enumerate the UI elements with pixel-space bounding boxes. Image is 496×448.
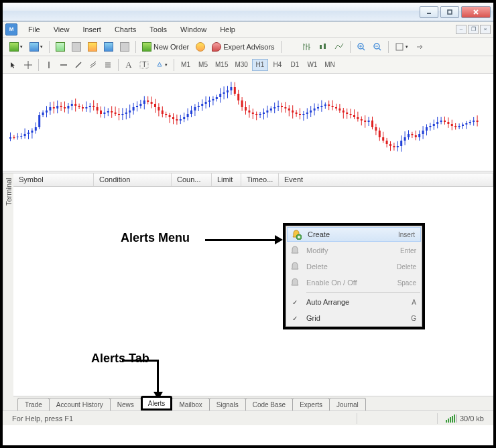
- svg-rect-193: [310, 110, 312, 113]
- market-watch-button[interactable]: [53, 40, 68, 54]
- col-counter[interactable]: Coun...: [172, 173, 212, 186]
- svg-rect-161: [252, 113, 254, 114]
- profiles-button[interactable]: [27, 40, 46, 54]
- maximize-button[interactable]: [440, 6, 459, 18]
- timeframe-h1[interactable]: H1: [252, 59, 268, 71]
- svg-rect-69: [85, 107, 87, 108]
- col-timeout[interactable]: Timeo...: [241, 173, 279, 186]
- chart-line-button[interactable]: [332, 40, 347, 54]
- menu-file[interactable]: File: [21, 23, 47, 36]
- timeframe-mn[interactable]: MN: [322, 59, 338, 71]
- close-button[interactable]: [461, 6, 491, 18]
- chart-shift-button[interactable]: [412, 40, 427, 54]
- svg-rect-143: [219, 94, 221, 97]
- timeframe-w1[interactable]: W1: [304, 59, 320, 71]
- svg-rect-199: [320, 106, 322, 107]
- text-button[interactable]: A: [122, 58, 135, 72]
- svg-rect-215: [350, 114, 352, 115]
- callout-alerts-menu: Alerts Menu: [121, 231, 190, 245]
- timeframe-h4[interactable]: H4: [269, 59, 286, 71]
- zoom-in-button[interactable]: [354, 40, 369, 54]
- tab-account-history[interactable]: Account History: [49, 398, 111, 410]
- svg-rect-137: [208, 100, 210, 102]
- cm-auto-arrange[interactable]: Auto Arrange A: [286, 294, 422, 310]
- tab-news[interactable]: News: [110, 398, 141, 410]
- objects-button[interactable]: [153, 58, 170, 72]
- svg-rect-145: [223, 92, 225, 94]
- tab-experts[interactable]: Experts: [292, 398, 330, 410]
- svg-line-20: [90, 62, 96, 66]
- navigator-button[interactable]: [85, 40, 100, 54]
- horizontal-line-button[interactable]: [57, 58, 70, 72]
- mdi-restore-button[interactable]: ❐: [468, 25, 479, 34]
- fibonacci-button[interactable]: [101, 58, 115, 72]
- timeframe-m15[interactable]: M15: [212, 59, 231, 71]
- timeframe-d1[interactable]: D1: [287, 59, 303, 71]
- alerts-table-body[interactable]: Create Insert Modify Enter Delete Delete: [13, 187, 493, 396]
- new-chart-button[interactable]: [7, 40, 25, 54]
- crosshair-button[interactable]: [21, 58, 35, 72]
- menu-charts[interactable]: Charts: [108, 23, 143, 36]
- timeframe-m30[interactable]: M30: [232, 59, 250, 71]
- trendline-button[interactable]: [72, 58, 85, 72]
- svg-rect-205: [332, 106, 334, 107]
- minimize-button[interactable]: [420, 6, 438, 18]
- status-help: For Help, press F1: [7, 413, 357, 424]
- col-condition[interactable]: Condition: [94, 173, 172, 186]
- cursor-button[interactable]: [7, 58, 20, 72]
- chart-area[interactable]: [3, 74, 493, 171]
- mdi-close-button[interactable]: ×: [480, 25, 491, 34]
- menu-view[interactable]: View: [47, 23, 76, 36]
- cm-create[interactable]: Create Insert: [287, 227, 421, 242]
- chart-candles-button[interactable]: [316, 40, 330, 54]
- strategy-tester-button[interactable]: [117, 40, 132, 54]
- svg-rect-209: [338, 108, 340, 110]
- menu-help[interactable]: Help: [213, 23, 242, 36]
- col-symbol[interactable]: Symbol: [13, 173, 94, 186]
- tab-code-base[interactable]: Code Base: [245, 398, 293, 410]
- metaquotes-button[interactable]: [193, 40, 208, 54]
- alerts-context-menu: Create Insert Modify Enter Delete Delete: [283, 223, 425, 329]
- data-window-button[interactable]: [69, 40, 84, 54]
- svg-rect-241: [397, 146, 399, 147]
- equidistant-button[interactable]: [86, 58, 100, 72]
- svg-rect-147: [227, 90, 229, 92]
- svg-rect-129: [194, 107, 196, 110]
- col-event[interactable]: Event: [279, 173, 493, 186]
- zoom-out-button[interactable]: [370, 40, 385, 54]
- expert-advisors-button[interactable]: Expert Advisors: [209, 40, 277, 54]
- svg-rect-285: [477, 121, 479, 122]
- svg-rect-95: [133, 107, 135, 110]
- timeframe-m1[interactable]: M1: [178, 59, 194, 71]
- vertical-line-button[interactable]: [42, 58, 56, 72]
- tab-alerts[interactable]: Alerts: [141, 396, 173, 410]
- check-icon: [289, 296, 301, 308]
- menu-window[interactable]: Window: [174, 23, 213, 36]
- svg-rect-243: [400, 141, 402, 146]
- col-limit[interactable]: Limit: [212, 173, 241, 186]
- svg-rect-127: [190, 110, 192, 114]
- svg-rect-103: [147, 100, 149, 102]
- chart-bars-button[interactable]: [300, 40, 314, 54]
- text-label-button[interactable]: T: [137, 58, 151, 72]
- cm-grid[interactable]: Grid G: [286, 310, 422, 326]
- auto-scroll-button[interactable]: [392, 40, 411, 54]
- tab-signals[interactable]: Signals: [209, 398, 246, 410]
- tab-trade[interactable]: Trade: [17, 398, 50, 410]
- menu-insert[interactable]: Insert: [76, 23, 108, 36]
- new-order-button[interactable]: New Order: [139, 40, 192, 54]
- svg-rect-217: [353, 115, 355, 117]
- terminal-button[interactable]: [101, 40, 116, 54]
- bell-add-icon: [290, 228, 302, 240]
- tab-journal[interactable]: Journal: [329, 398, 366, 410]
- svg-rect-43: [38, 115, 40, 127]
- timeframe-m5[interactable]: M5: [195, 59, 211, 71]
- tab-mailbox[interactable]: Mailbox: [172, 398, 209, 410]
- app-icon: M: [5, 23, 17, 35]
- svg-rect-273: [454, 126, 456, 127]
- svg-rect-81: [107, 111, 109, 113]
- svg-rect-187: [299, 114, 301, 115]
- svg-rect-245: [404, 137, 406, 141]
- mdi-minimize-button[interactable]: –: [456, 25, 467, 34]
- menu-tools[interactable]: Tools: [143, 23, 174, 36]
